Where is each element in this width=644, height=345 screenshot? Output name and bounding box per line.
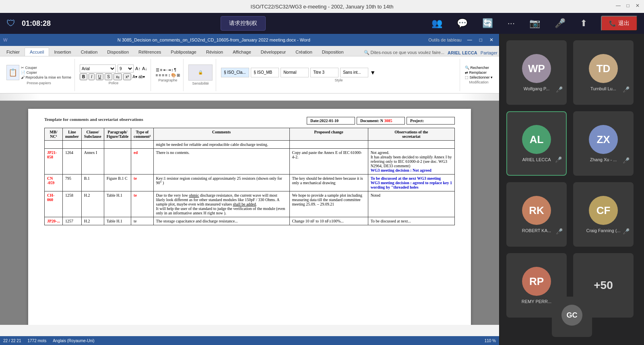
tab-creation2[interactable]: Création — [291, 48, 317, 56]
table-row: CH-060 1258 H.2 Table H.1 te Due to the … — [45, 191, 455, 217]
show-marks-btn[interactable]: ¶ — [174, 68, 176, 72]
superscript-btn[interactable]: x² — [123, 73, 131, 80]
style-iso-mb[interactable]: § ISO_MB — [251, 68, 279, 77]
increase-font-btn[interactable]: A↑ — [135, 66, 140, 71]
table-row: might be needed for reliable and reprodu… — [45, 141, 455, 149]
mic-icon[interactable]: 🎤 — [551, 17, 570, 30]
strikethrough-btn[interactable]: S — [105, 73, 112, 80]
borders-btn[interactable]: ⊞ — [177, 73, 180, 77]
shading-btn[interactable]: 🎨 — [171, 73, 176, 77]
cut-btn[interactable]: ✂ Couper — [21, 66, 71, 70]
indent-increase-btn[interactable]: ⇥ — [167, 68, 171, 72]
align-right-btn[interactable]: ≡ — [162, 73, 164, 77]
sort-btn[interactable]: ↕ — [171, 68, 173, 72]
selectionner-btn[interactable]: ⬚ Sélectionner ▾ — [465, 75, 493, 79]
copy-btn[interactable]: 📄 Copier — [21, 71, 71, 75]
bullets-btn[interactable]: ☰ — [156, 68, 159, 72]
cell-observations: Noted — [368, 191, 454, 217]
tab-disposition2[interactable]: Disposition — [317, 48, 349, 56]
share-icon[interactable]: ⬆ — [576, 17, 591, 30]
participants-icon[interactable]: 👥 — [427, 17, 446, 30]
col-type: Type ofcomment² — [131, 128, 153, 141]
justify-btn[interactable]: ≡ — [165, 73, 167, 77]
align-left-btn[interactable]: ≡ — [156, 73, 158, 77]
subscript-btn[interactable]: x₂ — [114, 73, 122, 80]
numbering-btn[interactable]: ≡ — [160, 68, 163, 72]
font-family-select[interactable]: Arial — [80, 64, 116, 73]
search-box[interactable]: 🔍 Dites-nous ce que vous voulez faire... — [364, 50, 444, 55]
align-center-btn[interactable]: ≡ — [159, 73, 161, 77]
tab-fichier[interactable]: Fichier — [2, 48, 25, 56]
share-btn[interactable]: Partager — [481, 50, 497, 55]
status-bar: 22 / 22 21 1772 mots Anglais (Royaume-Un… — [0, 336, 499, 345]
indent-decrease-btn[interactable]: ⇤ — [163, 68, 167, 72]
title-bar-controls[interactable]: — □ ✕ — [615, 2, 641, 9]
font-color-btn[interactable]: A▾ — [132, 75, 137, 79]
word-file-name: N 3085_Decision on_comments_on_ISO2nd_CD… — [10, 37, 417, 42]
minimize-btn[interactable]: — — [615, 2, 621, 9]
participant-name-rk: ROBERT KA... — [522, 228, 551, 233]
rechercher-btn[interactable]: 🔍 Rechercher — [465, 66, 493, 70]
word-minimize-btn[interactable]: — — [465, 36, 475, 44]
tab-publipostage[interactable]: Publipostage — [166, 48, 201, 56]
style-iso-cla[interactable]: § ISO_Cla... — [221, 68, 249, 77]
italic-btn[interactable]: I — [89, 73, 95, 80]
participant-card-zx[interactable]: ZX Zhang Xu - ... 🎤 — [573, 111, 634, 176]
col-comments: Comments — [153, 128, 289, 141]
cell-para — [104, 149, 131, 175]
tab-affichage[interactable]: Affichage — [228, 48, 256, 56]
styles-expand-btn[interactable]: ▼ — [370, 69, 376, 76]
underline-btn[interactable]: U — [96, 73, 103, 80]
tab-revision[interactable]: Révision — [201, 48, 228, 56]
style-sans-int[interactable]: Sans int... — [340, 68, 368, 77]
tab-creation[interactable]: Création — [76, 48, 103, 56]
request-control-button[interactable]: 请求控制权 — [221, 16, 266, 31]
style-normal[interactable]: Normal — [281, 68, 309, 77]
participant-card-wp[interactable]: WP Wolfgang P... 🎤 — [506, 40, 567, 105]
cell-para: Figure B.1 C — [104, 175, 131, 191]
maximize-btn[interactable]: □ — [625, 2, 631, 9]
tab-accueil[interactable]: Accueil — [25, 48, 49, 56]
page-count: 22 / 22 21 — [3, 339, 21, 343]
decrease-font-btn[interactable]: A↓ — [142, 66, 147, 71]
tab-developpeur[interactable]: Développeur — [256, 48, 291, 56]
sensibilite-btn[interactable]: 🔒 — [188, 64, 213, 81]
paste-btn[interactable]: 📋 — [6, 65, 19, 80]
word-maximize-btn[interactable]: □ — [477, 36, 485, 44]
word-title-controls[interactable]: — □ ✕ — [465, 36, 496, 44]
paragraph-label: Paragraphe — [156, 78, 180, 82]
sensibilite-label: Sensibilité — [188, 81, 213, 85]
camera-icon[interactable]: 📷 — [525, 17, 544, 30]
more-options-icon[interactable]: ··· — [504, 17, 519, 30]
line-spacing-btn[interactable]: ↕ — [168, 73, 170, 77]
reactions-icon[interactable]: 🔄 — [478, 17, 497, 30]
participant-card-gc[interactable]: GC — [552, 297, 592, 337]
style-label: Style — [221, 78, 456, 82]
tab-insertion[interactable]: Insertion — [49, 48, 76, 56]
participant-card-rk[interactable]: RK ROBERT KA... 🎤 — [506, 182, 567, 247]
close-btn[interactable]: ✕ — [634, 2, 641, 9]
bold-btn[interactable]: B — [80, 73, 87, 80]
format-painter-btn[interactable]: 🖌 Reproduire la mise en forme — [21, 75, 71, 79]
font-label: Police — [80, 81, 147, 85]
tab-references[interactable]: Références — [134, 48, 166, 56]
participant-card-td[interactable]: TD Turnbull Lu... 🎤 — [573, 40, 634, 105]
avatar-cf: CF — [589, 196, 618, 225]
ruler — [0, 94, 499, 101]
chat-icon[interactable]: 💬 — [453, 17, 472, 30]
avatar-al: AL — [522, 125, 551, 154]
font-size-select[interactable]: 9 — [118, 64, 134, 73]
highlight-btn[interactable]: ab▾ — [138, 75, 145, 79]
user-name: ARIEL LECCA — [448, 50, 477, 55]
tab-disposition[interactable]: Disposition — [102, 48, 134, 56]
participant-card-cf[interactable]: CF Craig Fanning (... 🎤 — [573, 182, 634, 247]
participant-card-al[interactable]: AL ARIEL LECCA 🎤 — [506, 111, 567, 176]
col-mb: MB/NC¹ — [45, 128, 63, 141]
style-titre3[interactable]: Titre 3 — [310, 68, 339, 77]
remplacer-btn[interactable]: ⇄ Remplacer — [465, 71, 493, 75]
zoom-level: 110 % — [485, 339, 496, 343]
participant-name-zx: Zhang Xu - ... — [590, 157, 617, 162]
end-call-button[interactable]: 📞 退出 — [601, 16, 638, 31]
participant-name-td: Turnbull Lu... — [590, 86, 616, 91]
word-close-btn[interactable]: ✕ — [487, 36, 496, 44]
